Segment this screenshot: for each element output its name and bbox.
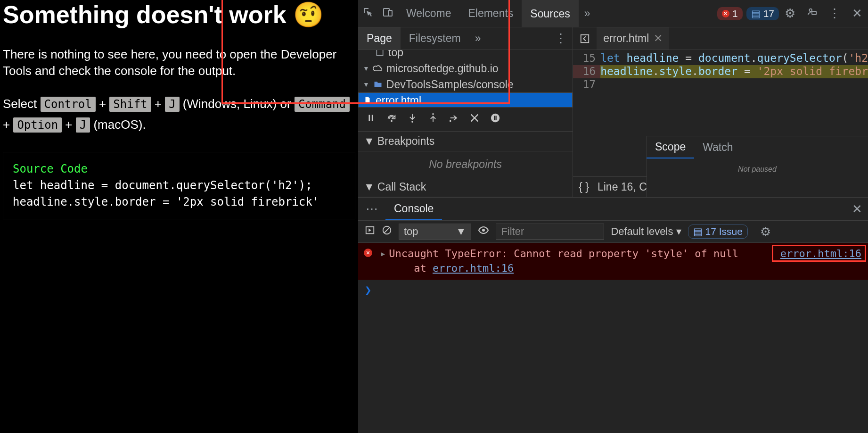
svg-rect-11 xyxy=(495,116,496,120)
step-into-icon[interactable] xyxy=(407,113,418,126)
error-icon: ✕ xyxy=(364,249,372,257)
inspect-icon[interactable] xyxy=(358,7,378,21)
page-description: There is nothing to see here, you need t… xyxy=(3,46,352,79)
key-command: Command xyxy=(295,97,350,112)
close-drawer-icon[interactable]: ✕ xyxy=(846,202,868,216)
key-control: Control xyxy=(41,97,96,112)
key-option: Option xyxy=(13,117,62,133)
devtools-tabbar: Welcome Elements Sources » ✕1 ▤17 ⚙ ⋮ ✕ xyxy=(358,0,868,27)
console-drawer: ⋯ Console ✕ top▼ Filter Default levels ▾… xyxy=(358,197,868,433)
page-title: Something doesn't work 🤨 xyxy=(3,1,355,29)
console-error-row[interactable]: ✕ ▸ Uncaught TypeError: Cannot read prop… xyxy=(358,243,868,280)
tree-folder[interactable]: ▼DevToolsSamples/console xyxy=(358,76,573,92)
svg-point-17 xyxy=(482,229,485,232)
stack-link[interactable]: error.html:16 xyxy=(433,262,514,274)
feedback-icon[interactable] xyxy=(801,6,823,21)
breakpoints-header[interactable]: ▼ Breakpoints xyxy=(358,132,573,151)
key-shift: Shift xyxy=(109,97,151,112)
callstack-header[interactable]: ▼ Call Stack xyxy=(358,177,573,197)
source-code-line: let headline = document.querySelector('h… xyxy=(13,177,345,194)
close-devtools-icon[interactable]: ✕ xyxy=(846,6,868,21)
debugger-toolbar xyxy=(358,107,573,132)
svg-point-8 xyxy=(450,120,451,122)
tab-scope[interactable]: Scope xyxy=(647,136,694,158)
step-out-icon[interactable] xyxy=(428,113,438,126)
svg-rect-10 xyxy=(494,116,495,120)
clear-console-icon[interactable] xyxy=(382,225,392,238)
source-code-box: Source Code let headline = document.quer… xyxy=(3,152,355,219)
no-breakpoints-msg: No breakpoints xyxy=(358,151,573,177)
log-levels[interactable]: Default levels ▾ xyxy=(611,225,681,238)
tab-watch[interactable]: Watch xyxy=(694,136,741,158)
kebab-menu-icon[interactable]: ⋮ xyxy=(823,6,846,21)
svg-point-7 xyxy=(432,113,434,115)
source-code-heading: Source Code xyxy=(13,161,345,177)
keyboard-instruction: Select Control + Shift + J (Windows, Lin… xyxy=(3,93,355,135)
file-tree: top ▼microsoftedge.github.io ▼DevToolsSa… xyxy=(358,50,573,107)
svg-point-6 xyxy=(411,121,413,123)
issues-chip[interactable]: ▤ 17 Issue xyxy=(688,225,748,239)
source-code-line: headline.style.border = '2px solid fireb… xyxy=(13,194,345,210)
filter-input[interactable]: Filter xyxy=(496,224,604,240)
svg-point-2 xyxy=(810,9,812,12)
key-j: J xyxy=(165,97,179,112)
scope-not-paused: Not paused xyxy=(647,158,868,197)
error-source-link[interactable]: error.html:16 xyxy=(780,248,861,259)
live-expression-icon[interactable] xyxy=(478,225,489,239)
rendered-page: Something doesn't work 🤨 There is nothin… xyxy=(0,0,358,433)
svg-line-16 xyxy=(385,228,390,233)
nav-menu-icon[interactable]: ⋮ xyxy=(549,31,573,46)
context-selector[interactable]: top▼ xyxy=(399,224,471,240)
close-tab-icon[interactable]: ✕ xyxy=(654,32,663,45)
console-prompt[interactable]: ❯ xyxy=(358,280,868,300)
error-text: Uncaught TypeError: Cannot read property… xyxy=(389,247,738,276)
tab-sources[interactable]: Sources xyxy=(522,0,578,27)
step-over-icon[interactable] xyxy=(386,113,397,126)
svg-rect-3 xyxy=(812,11,816,14)
tab-elements[interactable]: Elements xyxy=(459,0,522,27)
svg-rect-1 xyxy=(388,10,392,16)
deactivate-breakpoints-icon[interactable] xyxy=(469,113,480,126)
settings-icon[interactable]: ⚙ xyxy=(779,6,801,21)
devtools: Welcome Elements Sources » ✕1 ▤17 ⚙ ⋮ ✕ … xyxy=(358,0,868,433)
step-icon[interactable] xyxy=(449,113,459,126)
toggle-navigator-icon[interactable] xyxy=(573,33,597,44)
pause-on-exceptions-icon[interactable] xyxy=(490,113,500,126)
console-settings-icon[interactable]: ⚙ xyxy=(754,225,777,239)
pretty-print-icon[interactable]: { } xyxy=(579,181,589,193)
key-j: J xyxy=(76,117,90,133)
tab-console[interactable]: Console xyxy=(385,198,442,220)
console-output[interactable]: ✕ ▸ Uncaught TypeError: Cannot read prop… xyxy=(358,243,868,433)
console-toolbar: top▼ Filter Default levels ▾ ▤ 17 Issue … xyxy=(358,220,868,243)
file-tab-error-html[interactable]: error.html✕ xyxy=(597,27,669,50)
tree-file-error-html[interactable]: error.html xyxy=(358,92,573,107)
debugger-panes: ▼ Breakpoints No breakpoints ▼ Call Stac… xyxy=(358,132,573,197)
nav-more-icon[interactable]: » xyxy=(469,32,487,45)
svg-marker-14 xyxy=(368,228,371,232)
issues-badge[interactable]: ▤17 xyxy=(746,7,779,20)
svg-rect-12 xyxy=(581,34,589,42)
pause-icon[interactable] xyxy=(366,113,376,126)
svg-point-9 xyxy=(491,114,500,122)
svg-rect-4 xyxy=(377,50,383,56)
drawer-menu-icon[interactable]: ⋯ xyxy=(358,202,385,216)
tree-domain[interactable]: ▼microsoftedge.github.io xyxy=(358,60,573,76)
more-tabs-icon[interactable]: » xyxy=(579,7,596,20)
error-badge[interactable]: ✕1 xyxy=(717,7,743,20)
device-icon[interactable] xyxy=(378,7,398,21)
tree-top[interactable]: top xyxy=(358,50,573,60)
console-sidebar-icon[interactable] xyxy=(365,225,375,238)
navigator-panel: Page Filesystem » ⋮ top ▼microsoftedge.g… xyxy=(358,27,573,197)
tab-welcome[interactable]: Welcome xyxy=(398,0,459,27)
nav-tab-page[interactable]: Page xyxy=(358,27,401,50)
nav-tab-filesystem[interactable]: Filesystem xyxy=(401,27,469,50)
svg-point-5 xyxy=(391,120,393,122)
